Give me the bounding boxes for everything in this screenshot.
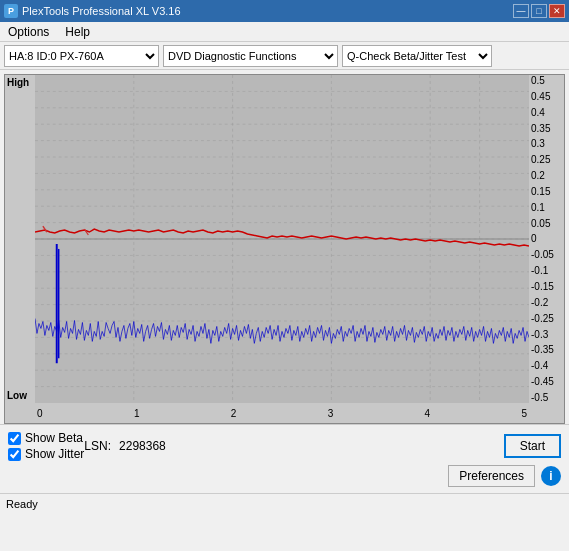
x-label-1: 1 [134,408,140,419]
y-right-9: 0.05 [531,218,550,229]
y-label-low: Low [7,390,27,401]
x-label-3: 3 [328,408,334,419]
x-label-4: 4 [425,408,431,419]
close-button[interactable]: ✕ [549,4,565,18]
y-right-0: 0.5 [531,75,545,86]
title-bar-controls[interactable]: — □ ✕ [513,4,565,18]
start-button[interactable]: Start [504,434,561,458]
y-right-15: -0.25 [531,313,554,324]
title-bar: P PlexTools Professional XL V3.16 — □ ✕ [0,0,569,22]
drive-select[interactable]: HA:8 ID:0 PX-760A [4,45,159,67]
info-button[interactable]: i [541,466,561,486]
chart-svg [35,75,529,403]
y-right-11: -0.05 [531,249,554,260]
menu-bar: Options Help [0,22,569,42]
y-right-5: 0.25 [531,154,550,165]
y-right-19: -0.45 [531,376,554,387]
app-title: PlexTools Professional XL V3.16 [22,5,181,17]
lsn-value: 2298368 [119,439,166,453]
test-select[interactable]: Q-Check Beta/Jitter Test [342,45,492,67]
y-right-16: -0.3 [531,329,548,340]
x-label-0: 0 [37,408,43,419]
y-label-high: High [7,77,29,88]
status-text: Ready [6,498,38,510]
y-right-4: 0.3 [531,138,545,149]
menu-help[interactable]: Help [61,23,94,41]
status-bar: Ready [0,493,569,513]
menu-options[interactable]: Options [4,23,53,41]
y-right-17: -0.35 [531,344,554,355]
x-axis: 0 1 2 3 4 5 [35,403,529,423]
y-right-20: -0.5 [531,392,548,403]
lsn-area: LSN: 2298368 [84,439,165,453]
chart-area: High Low 0.5 0.45 0.4 0.35 0.3 0.25 0.2 … [4,74,565,424]
y-right-14: -0.2 [531,297,548,308]
checkbox-group: Show Beta Show Jitter [8,431,84,461]
y-axis-left [5,75,35,403]
toolbar: HA:8 ID:0 PX-760A DVD Diagnostic Functio… [0,42,569,70]
x-label-5: 5 [521,408,527,419]
bottom-row: Show Beta Show Jitter LSN: 2298368 Start [8,431,561,461]
show-jitter-row: Show Jitter [8,447,84,461]
show-beta-label[interactable]: Show Beta [25,431,83,445]
function-select[interactable]: DVD Diagnostic Functions [163,45,338,67]
app-icon: P [4,4,18,18]
y-right-7: 0.15 [531,186,550,197]
preferences-button[interactable]: Preferences [448,465,535,487]
y-right-8: 0.1 [531,202,545,213]
show-beta-checkbox[interactable] [8,432,21,445]
y-right-10: 0 [531,233,537,244]
y-right-18: -0.4 [531,360,548,371]
y-right-2: 0.4 [531,107,545,118]
y-right-6: 0.2 [531,170,545,181]
maximize-button[interactable]: □ [531,4,547,18]
y-axis-right: 0.5 0.45 0.4 0.35 0.3 0.25 0.2 0.15 0.1 … [529,75,564,403]
y-right-12: -0.1 [531,265,548,276]
show-jitter-checkbox[interactable] [8,448,21,461]
title-bar-left: P PlexTools Professional XL V3.16 [4,4,181,18]
show-jitter-label[interactable]: Show Jitter [25,447,84,461]
y-right-3: 0.35 [531,123,550,134]
y-right-13: -0.15 [531,281,554,292]
bottom-panel: Show Beta Show Jitter LSN: 2298368 Start… [0,424,569,493]
y-right-1: 0.45 [531,91,550,102]
x-label-2: 2 [231,408,237,419]
chart-inner [35,75,529,403]
preferences-row: Preferences i [8,465,561,487]
minimize-button[interactable]: — [513,4,529,18]
lsn-label: LSN: [84,439,111,453]
show-beta-row: Show Beta [8,431,84,445]
button-area: Start [504,434,561,458]
